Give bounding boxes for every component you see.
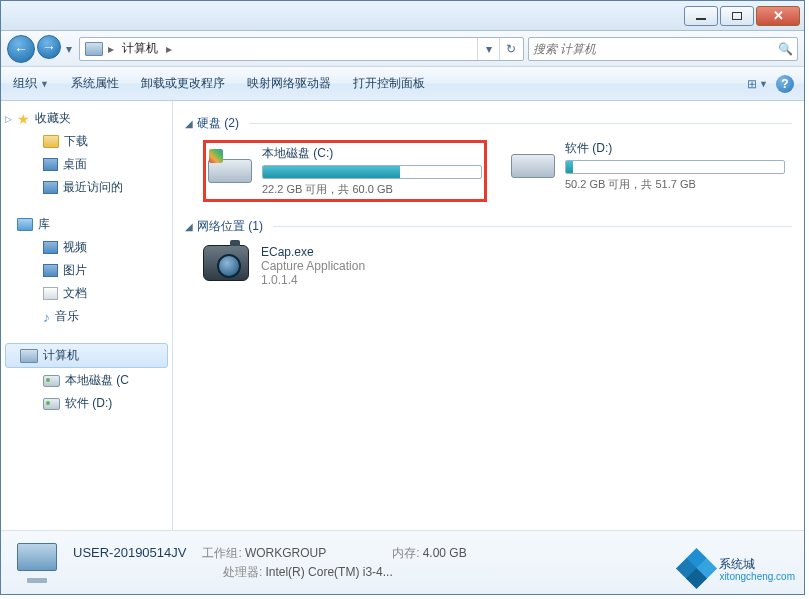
toolbar: 组织▼ 系统属性 卸载或更改程序 映射网络驱动器 打开控制面板 ⊞▼ ? <box>1 67 804 101</box>
breadcrumb-sep: ▸ <box>164 42 174 56</box>
content-pane: ◢ 硬盘 (2) 本地磁盘 (C:) 22.2 GB 可用，共 60.0 GB <box>173 101 804 530</box>
uninstall-programs[interactable]: 卸载或更改程序 <box>139 71 227 96</box>
tree-label: 下载 <box>64 133 88 150</box>
history-dropdown[interactable]: ▾ <box>63 35 75 63</box>
computer-icon <box>20 349 38 363</box>
picture-icon <box>43 264 58 277</box>
document-icon <box>43 287 58 300</box>
details-value: Intel(R) Core(TM) i3-4... <box>265 565 392 579</box>
library-icon <box>17 218 33 231</box>
drive-stats: 22.2 GB 可用，共 60.0 GB <box>262 182 482 197</box>
group-label: 网络位置 (1) <box>197 218 263 235</box>
drive-label: 本地磁盘 (C:) <box>262 145 482 165</box>
tree-drive-d[interactable]: 软件 (D:) <box>1 392 172 415</box>
net-item-desc: Capture Application <box>261 259 365 273</box>
addr-dropdown[interactable]: ▾ <box>477 38 499 60</box>
video-icon <box>43 241 58 254</box>
close-icon: ✕ <box>773 8 784 23</box>
folder-icon <box>43 135 59 148</box>
tree-desktop[interactable]: 桌面 <box>1 153 172 176</box>
usage-bar <box>565 160 785 174</box>
camera-icon <box>203 245 249 281</box>
details-value: WORKGROUP <box>245 546 326 560</box>
group-network-locations[interactable]: ◢ 网络位置 (1) <box>185 212 792 239</box>
drive-label: 软件 (D:) <box>565 140 792 160</box>
tree-label: 库 <box>38 216 50 233</box>
organize-menu[interactable]: 组织▼ <box>11 71 51 96</box>
star-icon: ★ <box>17 111 30 127</box>
drive-d-tile[interactable]: 软件 (D:) 50.2 GB 可用，共 51.7 GB <box>511 140 792 202</box>
breadcrumb-sep: ▸ <box>106 42 116 56</box>
close-button[interactable]: ✕ <box>756 6 800 26</box>
details-computer-name: USER-20190514JV <box>73 545 186 560</box>
tree-computer[interactable]: 计算机 <box>5 343 168 368</box>
tree-downloads[interactable]: 下载 <box>1 130 172 153</box>
net-item-name: ECap.exe <box>261 245 365 259</box>
drive-icon <box>208 145 252 183</box>
minimize-button[interactable] <box>684 6 718 26</box>
tree-label: 收藏夹 <box>35 110 71 127</box>
forward-button[interactable]: → <box>37 35 61 59</box>
tree-videos[interactable]: 视频 <box>1 236 172 259</box>
work-area: ▷ ★ 收藏夹 下载 桌面 最近访问的 库 视频 图片 文档 ♪音乐 计算机 本… <box>1 101 804 530</box>
group-label: 硬盘 (2) <box>197 115 239 132</box>
tree-label: 视频 <box>63 239 87 256</box>
search-input[interactable] <box>533 42 778 56</box>
drive-icon <box>43 375 60 387</box>
tree-pictures[interactable]: 图片 <box>1 259 172 282</box>
titlebar: ✕ <box>1 1 804 31</box>
details-key: 内存: <box>392 546 419 560</box>
nav-bar: ← → ▾ ▸ 计算机 ▸ ▾ ↻ 🔍 <box>1 31 804 67</box>
details-value: 4.00 GB <box>423 546 467 560</box>
system-properties[interactable]: 系统属性 <box>69 71 121 96</box>
watermark: 系统城 xitongcheng.com <box>681 553 795 585</box>
tree-libraries[interactable]: 库 <box>1 213 172 236</box>
tree-label: 最近访问的 <box>63 179 123 196</box>
breadcrumb-computer[interactable]: 计算机 <box>116 38 164 59</box>
address-bar[interactable]: ▸ 计算机 ▸ ▾ ↻ <box>79 37 524 61</box>
watermark-text: 系统城 <box>719 557 755 571</box>
drive-icon <box>43 398 60 410</box>
computer-large-icon <box>13 541 61 585</box>
details-key: 处理器: <box>223 565 262 579</box>
drive-icon <box>511 140 555 178</box>
tree-label: 图片 <box>63 262 87 279</box>
tree-drive-c[interactable]: 本地磁盘 (C <box>1 369 172 392</box>
tree-label: 音乐 <box>55 308 79 325</box>
drive-stats: 50.2 GB 可用，共 51.7 GB <box>565 177 792 192</box>
maximize-button[interactable] <box>720 6 754 26</box>
map-network-drive[interactable]: 映射网络驱动器 <box>245 71 333 96</box>
collapse-icon: ◢ <box>185 118 193 129</box>
watermark-logo <box>681 553 713 585</box>
watermark-sub: xitongcheng.com <box>719 571 795 582</box>
tree-label: 软件 (D:) <box>65 395 112 412</box>
search-icon: 🔍 <box>778 42 793 56</box>
tree-music[interactable]: ♪音乐 <box>1 305 172 328</box>
tree-recent[interactable]: 最近访问的 <box>1 176 172 199</box>
tree-label: 桌面 <box>63 156 87 173</box>
tree-label: 计算机 <box>43 347 79 364</box>
computer-icon <box>85 42 103 56</box>
explorer-window: ✕ ← → ▾ ▸ 计算机 ▸ ▾ ↻ 🔍 组织▼ 系统属性 卸载或更改程序 映… <box>0 0 805 595</box>
refresh-button[interactable]: ↻ <box>499 38 521 60</box>
net-item-version: 1.0.1.4 <box>261 273 365 287</box>
music-icon: ♪ <box>43 309 50 325</box>
tree-label: 本地磁盘 (C <box>65 372 129 389</box>
open-control-panel[interactable]: 打开控制面板 <box>351 71 427 96</box>
view-options[interactable]: ⊞▼ <box>747 77 768 91</box>
search-box[interactable]: 🔍 <box>528 37 798 61</box>
tree-documents[interactable]: 文档 <box>1 282 172 305</box>
tree-favorites[interactable]: ▷ ★ 收藏夹 <box>1 107 172 130</box>
tree-label: 文档 <box>63 285 87 302</box>
group-hard-drives[interactable]: ◢ 硬盘 (2) <box>185 109 792 136</box>
recent-icon <box>43 181 58 194</box>
collapse-icon: ◢ <box>185 221 193 232</box>
help-button[interactable]: ? <box>776 75 794 93</box>
details-key: 工作组: <box>202 546 241 560</box>
nav-tree: ▷ ★ 收藏夹 下载 桌面 最近访问的 库 视频 图片 文档 ♪音乐 计算机 本… <box>1 101 173 530</box>
desktop-icon <box>43 158 58 171</box>
drive-c-tile[interactable]: 本地磁盘 (C:) 22.2 GB 可用，共 60.0 GB <box>203 140 487 202</box>
usage-bar <box>262 165 482 179</box>
network-item-ecap[interactable]: ECap.exe Capture Application 1.0.1.4 <box>185 239 792 297</box>
back-button[interactable]: ← <box>7 35 35 63</box>
